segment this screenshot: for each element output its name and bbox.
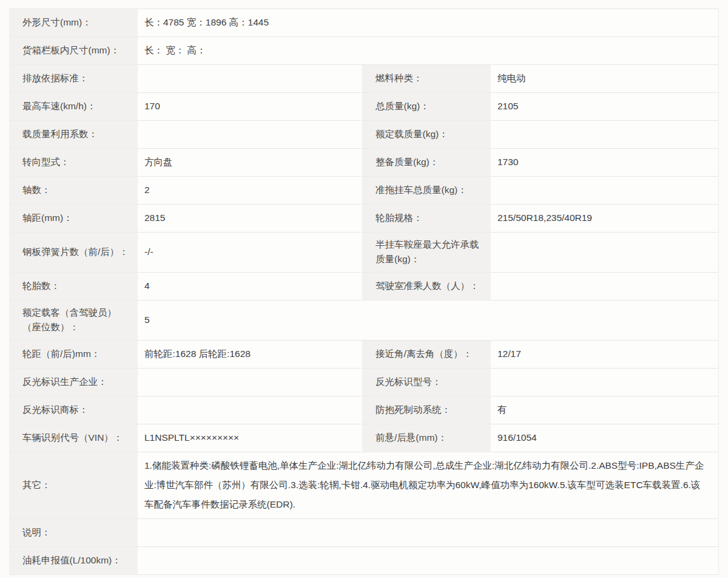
spec-label: 反光标识生产企业： <box>9 369 138 396</box>
spec-value: 170 <box>138 93 361 121</box>
spec-row: 额定载客（含驾驶员） （座位数）：5 <box>9 301 718 341</box>
spec-value: 916/1054 <box>491 424 718 452</box>
spec-row: 轴距(mm)：2815轮胎规格：215/50R18,235/40R19 <box>9 205 718 233</box>
spec-value: 前轮距:1628 后轮距:1628 <box>138 341 361 369</box>
spec-row: 反光标识商标：防抱死制动系统：有 <box>9 396 718 424</box>
spec-label: 驾驶室准乘人数（人）： <box>361 273 491 301</box>
spec-label: 轴数： <box>9 177 138 205</box>
spec-value: 纯电动 <box>491 65 718 93</box>
spec-value <box>491 177 718 205</box>
spec-value <box>138 65 361 93</box>
spec-label: 反光标识商标： <box>9 396 138 424</box>
spec-value: 5 <box>138 301 718 341</box>
spec-row: 轮距（前/后)mm：前轮距:1628 后轮距:1628接近角/离去角（度）：12… <box>9 341 718 369</box>
spec-value <box>491 121 718 149</box>
spec-value: 长： 宽： 高： <box>138 37 718 65</box>
spec-row: 载质量利用系数：额定载质量(kg)： <box>9 121 718 149</box>
spec-label: 前悬/后悬(mm)： <box>361 424 491 452</box>
spec-value: 4 <box>138 273 361 301</box>
spec-label: 外形尺寸(mm)： <box>9 9 138 37</box>
spec-value <box>491 273 718 301</box>
spec-value <box>138 519 718 547</box>
spec-label: 整备质量(kg)： <box>361 149 491 177</box>
spec-value <box>138 121 361 149</box>
spec-row: 最高车速(km/h)：170总质量(kg)：2105 <box>9 93 718 121</box>
spec-label: 排放依据标准： <box>9 65 138 93</box>
spec-value: -/- <box>138 233 361 273</box>
spec-label: 轮距（前/后)mm： <box>9 341 138 369</box>
spec-label: 钢板弹簧片数（前/后）： <box>9 233 138 273</box>
spec-label: 说明： <box>9 519 138 547</box>
spec-label: 载质量利用系数： <box>9 121 138 149</box>
spec-row: 油耗申报值(L/100km)： <box>9 547 718 575</box>
spec-label: 燃料种类： <box>361 65 491 93</box>
spec-label: 接近角/离去角（度）： <box>361 341 491 369</box>
spec-value <box>138 547 718 575</box>
spec-row: 反光标识生产企业：反光标识型号： <box>9 369 718 396</box>
spec-row: 说明： <box>9 519 718 547</box>
vehicle-spec-table: 外形尺寸(mm)：长：4785 宽：1896 高：1445货箱栏板内尺寸(mm)… <box>9 8 719 575</box>
spec-value: 长：4785 宽：1896 高：1445 <box>138 9 718 37</box>
spec-value: 12/17 <box>491 341 718 369</box>
spec-label: 反光标识型号： <box>361 369 491 396</box>
spec-label: 轮胎数： <box>9 273 138 301</box>
spec-row: 其它：1.储能装置种类:磷酸铁锂蓄电池,单体生产企业:湖北亿纬动力有限公司,总成… <box>9 452 718 519</box>
spec-label: 转向型式： <box>9 149 138 177</box>
spec-row: 车辆识别代号（VIN）：L1NSPLTL×××××××××前悬/后悬(mm)：9… <box>9 424 718 452</box>
spec-value <box>491 233 718 273</box>
spec-row: 排放依据标准：燃料种类：纯电动 <box>9 65 718 93</box>
spec-label: 油耗申报值(L/100km)： <box>9 547 138 575</box>
spec-value: 2105 <box>491 93 718 121</box>
spec-row: 货箱栏板内尺寸(mm)：长： 宽： 高： <box>9 37 718 65</box>
spec-label: 轮胎规格： <box>361 205 491 233</box>
spec-label: 货箱栏板内尺寸(mm)： <box>9 37 138 65</box>
spec-row: 外形尺寸(mm)：长：4785 宽：1896 高：1445 <box>9 9 718 37</box>
spec-label: 总质量(kg)： <box>361 93 491 121</box>
spec-label: 其它： <box>9 452 138 519</box>
spec-label: 准拖挂车总质量(kg)： <box>361 177 491 205</box>
spec-value <box>138 369 361 396</box>
spec-value: 2815 <box>138 205 361 233</box>
spec-value: 1.储能装置种类:磷酸铁锂蓄电池,单体生产企业:湖北亿纬动力有限公司,总成生产企… <box>138 452 718 519</box>
spec-value: 1730 <box>491 149 718 177</box>
spec-value: 方向盘 <box>138 149 361 177</box>
spec-value <box>138 396 361 424</box>
spec-label: 车辆识别代号（VIN）： <box>9 424 138 452</box>
spec-value: 2 <box>138 177 361 205</box>
spec-label: 额定载质量(kg)： <box>361 121 491 149</box>
spec-value: L1NSPLTL××××××××× <box>138 424 361 452</box>
spec-row: 轮胎数：4驾驶室准乘人数（人）： <box>9 273 718 301</box>
spec-value: 215/50R18,235/40R19 <box>491 205 718 233</box>
spec-label: 最高车速(km/h)： <box>9 93 138 121</box>
spec-row: 钢板弹簧片数（前/后）：-/-半挂车鞍座最大允许承载 质量(kg)： <box>9 233 718 273</box>
spec-value: 有 <box>491 396 718 424</box>
spec-label: 半挂车鞍座最大允许承载 质量(kg)： <box>361 233 491 273</box>
spec-label: 防抱死制动系统： <box>361 396 491 424</box>
spec-label: 轴距(mm)： <box>9 205 138 233</box>
spec-label: 额定载客（含驾驶员） （座位数）： <box>9 301 138 341</box>
spec-row: 轴数：2准拖挂车总质量(kg)： <box>9 177 718 205</box>
spec-value <box>491 369 718 396</box>
spec-row: 转向型式：方向盘整备质量(kg)：1730 <box>9 149 718 177</box>
